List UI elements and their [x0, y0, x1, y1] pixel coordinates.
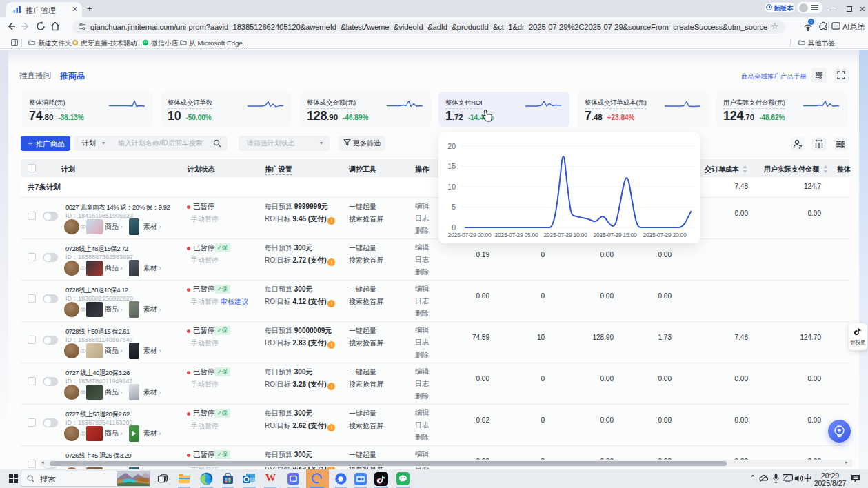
svg-text:2025-07-29 05:00: 2025-07-29 05:00	[494, 232, 538, 238]
svg-text:10: 10	[447, 183, 456, 191]
svg-text:15: 15	[447, 162, 456, 170]
svg-text:5: 5	[452, 203, 456, 211]
svg-text:2025-07-29 00:00: 2025-07-29 00:00	[447, 232, 492, 238]
svg-text:20: 20	[447, 142, 456, 150]
svg-text:2025-07-29 10:00: 2025-07-29 10:00	[543, 232, 587, 238]
svg-text:0: 0	[452, 223, 456, 232]
svg-text:2025-07-29 15:00: 2025-07-29 15:00	[593, 232, 637, 238]
svg-text:2025-07-29 20:00: 2025-07-29 20:00	[643, 232, 687, 238]
